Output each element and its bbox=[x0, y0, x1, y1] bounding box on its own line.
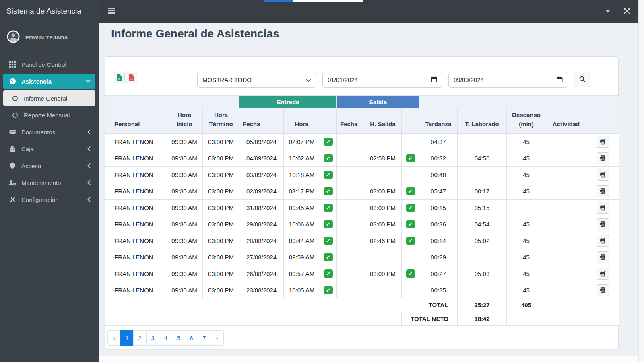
sidebar-item-caja[interactable]: Caja bbox=[3, 141, 95, 156]
cell-entrada-status: ✔ bbox=[320, 216, 337, 232]
pagination-next[interactable]: › bbox=[211, 330, 224, 346]
cell-tardanza: 00:35 bbox=[419, 282, 458, 298]
check-icon: ✔ bbox=[324, 138, 333, 146]
cell-entrada-status: ✔ bbox=[320, 249, 337, 265]
filter-select[interactable]: MOSTRAR TODO bbox=[197, 72, 316, 88]
cell-fecha-salida bbox=[337, 183, 364, 200]
date-to-value: 09/09/2024 bbox=[454, 76, 557, 83]
cell-fecha-salida bbox=[337, 167, 364, 183]
check-icon: ✔ bbox=[406, 154, 415, 162]
sidebar-item-reporte-mensual[interactable]: Reporte Mensual bbox=[3, 107, 95, 123]
chevron-left-icon bbox=[87, 197, 91, 202]
menu-toggle-icon[interactable] bbox=[108, 8, 115, 15]
print-button[interactable] bbox=[597, 202, 609, 214]
print-button[interactable] bbox=[597, 284, 609, 296]
cell-tardanza: 04:37 bbox=[419, 134, 458, 150]
cell-hora-entrada: 10:18 AM bbox=[284, 167, 320, 183]
cell-descanso: 45 bbox=[507, 249, 546, 265]
user-panel: EDWIN TEJADA bbox=[0, 23, 99, 53]
table-row: FRAN LENON 09:30 AM 03:00 PM 03/09/2024 … bbox=[105, 167, 619, 183]
date-to-input[interactable]: 09/09/2024 bbox=[448, 72, 568, 88]
pagination-page-6[interactable]: 6 bbox=[185, 330, 198, 346]
cell-fecha-entrada: 04/09/2024 bbox=[239, 150, 284, 167]
print-button[interactable] bbox=[597, 218, 609, 230]
export-pdf-button[interactable] bbox=[126, 72, 137, 83]
chevron-down-icon bbox=[86, 80, 91, 83]
cell-t-laborado: 05:15 bbox=[458, 200, 507, 216]
cell-salida-status: ✔ bbox=[402, 200, 419, 216]
sidebar-item-label: Reporte Mensual bbox=[24, 112, 70, 119]
cell-hora-termino: 03:00 PM bbox=[203, 150, 239, 167]
print-button[interactable] bbox=[597, 268, 609, 280]
cell-hora-inicio: 09:30 AM bbox=[166, 249, 203, 265]
sidebar-item-asistencia[interactable]: Asistencia bbox=[3, 74, 95, 89]
print-button[interactable] bbox=[597, 235, 609, 247]
cell-fecha-entrada: 31/08/2024 bbox=[239, 200, 284, 216]
table-row: FRAN LENON 09:30 AM 03:00 PM 29/08/2024 … bbox=[105, 216, 619, 232]
cell-t-laborado bbox=[458, 282, 507, 298]
pagination-page-4[interactable]: 4 bbox=[159, 330, 172, 346]
search-button[interactable] bbox=[574, 72, 590, 87]
cell-entrada-status: ✔ bbox=[320, 150, 337, 167]
fullscreen-icon[interactable] bbox=[623, 8, 631, 16]
cell-hora-termino: 03:00 PM bbox=[203, 167, 239, 183]
sidebar-item-label: Caja bbox=[21, 146, 34, 152]
cell-tardanza: 00:27 bbox=[419, 265, 458, 282]
cell-personal: FRAN LENON bbox=[105, 232, 166, 249]
cell-hora-termino: 03:00 PM bbox=[203, 249, 239, 265]
cell-hora-entrada: 03:17 PM bbox=[284, 183, 320, 200]
pagination-page-7[interactable]: 7 bbox=[198, 330, 211, 346]
tools-icon bbox=[8, 196, 17, 203]
cell-print bbox=[586, 282, 619, 298]
cell-fecha-entrada: 29/08/2024 bbox=[239, 216, 284, 232]
sidebar-item-configuracion[interactable]: Configuración bbox=[3, 192, 95, 207]
col-actividad: Actividad bbox=[546, 108, 586, 134]
chevron-left-icon bbox=[87, 163, 91, 168]
shield-icon bbox=[8, 162, 17, 169]
cell-print bbox=[586, 249, 619, 265]
cell-tardanza: 00:32 bbox=[419, 150, 458, 167]
sidebar-item-mantenimiento[interactable]: Mantenimiento bbox=[3, 175, 95, 190]
sidebar-item-label: Informe General bbox=[24, 95, 67, 102]
cell-hora-inicio: 09:30 AM bbox=[166, 183, 203, 200]
print-button[interactable] bbox=[597, 251, 609, 263]
cell-print bbox=[586, 232, 619, 249]
col-tardanza: Tardanza bbox=[419, 108, 458, 134]
sidebar-item-informe-general[interactable]: Informe General bbox=[3, 90, 95, 106]
cell-salida-status: ✔ bbox=[402, 265, 419, 282]
table-row: FRAN LENON 09:30 AM 03:00 PM 04/09/2024 … bbox=[105, 150, 619, 167]
cell-fecha-salida bbox=[337, 150, 364, 167]
cell-personal: FRAN LENON bbox=[105, 150, 166, 167]
sidebar-item-panel-de-control[interactable]: Panel de Control bbox=[3, 57, 95, 72]
pagination-page-5[interactable]: 5 bbox=[172, 330, 185, 346]
cell-hora-entrada: 10:02 AM bbox=[284, 150, 320, 167]
print-button[interactable] bbox=[597, 136, 609, 148]
export-excel-button[interactable]: x bbox=[114, 72, 125, 83]
col-hora-salida: H. Salida bbox=[364, 108, 402, 134]
cell-fecha-entrada: 05/09/2024 bbox=[239, 134, 284, 150]
cell-entrada-status: ✔ bbox=[320, 167, 337, 183]
check-icon: ✔ bbox=[324, 204, 333, 212]
pagination-page-3[interactable]: 3 bbox=[146, 330, 159, 346]
total-neto-row: TOTAL NETO 18:42 bbox=[105, 312, 619, 326]
pagination: ‹ 1 2 3 4 5 6 7 › bbox=[107, 330, 224, 346]
caret-down-icon[interactable] bbox=[606, 10, 610, 13]
pagination-page-2[interactable]: 2 bbox=[133, 330, 147, 346]
cell-fecha-entrada: 23/08/2024 bbox=[239, 282, 284, 298]
scrollbar-track[interactable] bbox=[638, 0, 644, 362]
cell-actividad bbox=[546, 265, 586, 282]
progress-bar-filled bbox=[264, 0, 293, 2]
col-hora-termino: Hora Término bbox=[203, 108, 239, 134]
sidebar-item-acceso[interactable]: Acceso bbox=[3, 158, 95, 173]
sidebar-item-documentos[interactable]: Documentos bbox=[3, 124, 95, 140]
print-button[interactable] bbox=[597, 169, 609, 181]
print-button[interactable] bbox=[597, 152, 609, 164]
sidebar-item-label: Mantenimiento bbox=[21, 179, 61, 186]
pagination-page-1[interactable]: 1 bbox=[120, 330, 134, 346]
cell-hora-entrada: 09:57 AM bbox=[284, 265, 320, 282]
chevron-down-icon bbox=[306, 76, 311, 83]
pagination-prev[interactable]: ‹ bbox=[107, 330, 121, 346]
print-button[interactable] bbox=[597, 185, 609, 197]
date-from-input[interactable]: 01/01/2024 bbox=[322, 72, 442, 88]
cell-print bbox=[586, 134, 619, 150]
